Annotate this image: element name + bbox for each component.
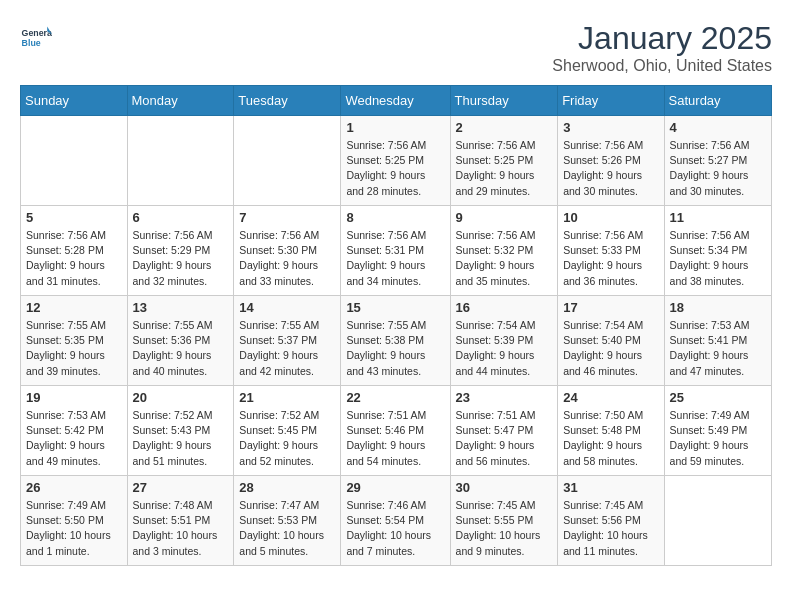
calendar-cell: 5Sunrise: 7:56 AM Sunset: 5:28 PM Daylig… bbox=[21, 206, 128, 296]
day-number: 23 bbox=[456, 390, 553, 405]
calendar-cell bbox=[21, 116, 128, 206]
day-info: Sunrise: 7:45 AM Sunset: 5:56 PM Dayligh… bbox=[563, 498, 658, 559]
day-number: 9 bbox=[456, 210, 553, 225]
day-number: 24 bbox=[563, 390, 658, 405]
day-number: 21 bbox=[239, 390, 335, 405]
calendar-cell: 22Sunrise: 7:51 AM Sunset: 5:46 PM Dayli… bbox=[341, 386, 450, 476]
calendar-cell: 25Sunrise: 7:49 AM Sunset: 5:49 PM Dayli… bbox=[664, 386, 771, 476]
day-info: Sunrise: 7:56 AM Sunset: 5:26 PM Dayligh… bbox=[563, 138, 658, 199]
day-info: Sunrise: 7:46 AM Sunset: 5:54 PM Dayligh… bbox=[346, 498, 444, 559]
day-info: Sunrise: 7:56 AM Sunset: 5:34 PM Dayligh… bbox=[670, 228, 766, 289]
week-row-4: 19Sunrise: 7:53 AM Sunset: 5:42 PM Dayli… bbox=[21, 386, 772, 476]
day-info: Sunrise: 7:49 AM Sunset: 5:49 PM Dayligh… bbox=[670, 408, 766, 469]
day-info: Sunrise: 7:55 AM Sunset: 5:37 PM Dayligh… bbox=[239, 318, 335, 379]
week-row-2: 5Sunrise: 7:56 AM Sunset: 5:28 PM Daylig… bbox=[21, 206, 772, 296]
day-number: 12 bbox=[26, 300, 122, 315]
day-number: 27 bbox=[133, 480, 229, 495]
day-info: Sunrise: 7:48 AM Sunset: 5:51 PM Dayligh… bbox=[133, 498, 229, 559]
calendar-cell: 6Sunrise: 7:56 AM Sunset: 5:29 PM Daylig… bbox=[127, 206, 234, 296]
calendar-cell bbox=[234, 116, 341, 206]
day-info: Sunrise: 7:55 AM Sunset: 5:35 PM Dayligh… bbox=[26, 318, 122, 379]
day-info: Sunrise: 7:55 AM Sunset: 5:38 PM Dayligh… bbox=[346, 318, 444, 379]
calendar-cell: 11Sunrise: 7:56 AM Sunset: 5:34 PM Dayli… bbox=[664, 206, 771, 296]
day-number: 26 bbox=[26, 480, 122, 495]
day-number: 31 bbox=[563, 480, 658, 495]
day-number: 13 bbox=[133, 300, 229, 315]
week-row-3: 12Sunrise: 7:55 AM Sunset: 5:35 PM Dayli… bbox=[21, 296, 772, 386]
logo: General Blue bbox=[20, 20, 52, 52]
calendar-cell: 13Sunrise: 7:55 AM Sunset: 5:36 PM Dayli… bbox=[127, 296, 234, 386]
calendar-cell: 19Sunrise: 7:53 AM Sunset: 5:42 PM Dayli… bbox=[21, 386, 128, 476]
day-info: Sunrise: 7:56 AM Sunset: 5:28 PM Dayligh… bbox=[26, 228, 122, 289]
day-info: Sunrise: 7:56 AM Sunset: 5:25 PM Dayligh… bbox=[456, 138, 553, 199]
weekday-header-sunday: Sunday bbox=[21, 86, 128, 116]
calendar-cell bbox=[127, 116, 234, 206]
day-number: 6 bbox=[133, 210, 229, 225]
day-info: Sunrise: 7:56 AM Sunset: 5:31 PM Dayligh… bbox=[346, 228, 444, 289]
day-number: 15 bbox=[346, 300, 444, 315]
calendar-cell: 2Sunrise: 7:56 AM Sunset: 5:25 PM Daylig… bbox=[450, 116, 558, 206]
calendar-cell: 18Sunrise: 7:53 AM Sunset: 5:41 PM Dayli… bbox=[664, 296, 771, 386]
calendar-cell: 8Sunrise: 7:56 AM Sunset: 5:31 PM Daylig… bbox=[341, 206, 450, 296]
weekday-header-wednesday: Wednesday bbox=[341, 86, 450, 116]
day-number: 25 bbox=[670, 390, 766, 405]
day-number: 2 bbox=[456, 120, 553, 135]
svg-text:Blue: Blue bbox=[22, 38, 41, 48]
calendar-cell: 14Sunrise: 7:55 AM Sunset: 5:37 PM Dayli… bbox=[234, 296, 341, 386]
day-info: Sunrise: 7:50 AM Sunset: 5:48 PM Dayligh… bbox=[563, 408, 658, 469]
day-info: Sunrise: 7:55 AM Sunset: 5:36 PM Dayligh… bbox=[133, 318, 229, 379]
day-info: Sunrise: 7:53 AM Sunset: 5:41 PM Dayligh… bbox=[670, 318, 766, 379]
day-info: Sunrise: 7:51 AM Sunset: 5:47 PM Dayligh… bbox=[456, 408, 553, 469]
calendar-cell: 1Sunrise: 7:56 AM Sunset: 5:25 PM Daylig… bbox=[341, 116, 450, 206]
week-row-5: 26Sunrise: 7:49 AM Sunset: 5:50 PM Dayli… bbox=[21, 476, 772, 566]
day-number: 14 bbox=[239, 300, 335, 315]
day-info: Sunrise: 7:54 AM Sunset: 5:40 PM Dayligh… bbox=[563, 318, 658, 379]
day-info: Sunrise: 7:56 AM Sunset: 5:29 PM Dayligh… bbox=[133, 228, 229, 289]
day-number: 17 bbox=[563, 300, 658, 315]
day-number: 10 bbox=[563, 210, 658, 225]
calendar-cell: 3Sunrise: 7:56 AM Sunset: 5:26 PM Daylig… bbox=[558, 116, 664, 206]
day-number: 29 bbox=[346, 480, 444, 495]
calendar-cell: 27Sunrise: 7:48 AM Sunset: 5:51 PM Dayli… bbox=[127, 476, 234, 566]
calendar-cell bbox=[664, 476, 771, 566]
logo-icon: General Blue bbox=[20, 20, 52, 52]
day-number: 1 bbox=[346, 120, 444, 135]
weekday-header-thursday: Thursday bbox=[450, 86, 558, 116]
day-number: 7 bbox=[239, 210, 335, 225]
calendar-table: SundayMondayTuesdayWednesdayThursdayFrid… bbox=[20, 85, 772, 566]
calendar-cell: 10Sunrise: 7:56 AM Sunset: 5:33 PM Dayli… bbox=[558, 206, 664, 296]
day-number: 11 bbox=[670, 210, 766, 225]
day-info: Sunrise: 7:49 AM Sunset: 5:50 PM Dayligh… bbox=[26, 498, 122, 559]
calendar-cell: 16Sunrise: 7:54 AM Sunset: 5:39 PM Dayli… bbox=[450, 296, 558, 386]
day-info: Sunrise: 7:52 AM Sunset: 5:43 PM Dayligh… bbox=[133, 408, 229, 469]
calendar-cell: 15Sunrise: 7:55 AM Sunset: 5:38 PM Dayli… bbox=[341, 296, 450, 386]
calendar-cell: 12Sunrise: 7:55 AM Sunset: 5:35 PM Dayli… bbox=[21, 296, 128, 386]
weekday-header-row: SundayMondayTuesdayWednesdayThursdayFrid… bbox=[21, 86, 772, 116]
calendar-cell: 28Sunrise: 7:47 AM Sunset: 5:53 PM Dayli… bbox=[234, 476, 341, 566]
calendar-cell: 21Sunrise: 7:52 AM Sunset: 5:45 PM Dayli… bbox=[234, 386, 341, 476]
day-number: 4 bbox=[670, 120, 766, 135]
day-number: 3 bbox=[563, 120, 658, 135]
calendar-cell: 23Sunrise: 7:51 AM Sunset: 5:47 PM Dayli… bbox=[450, 386, 558, 476]
calendar-cell: 26Sunrise: 7:49 AM Sunset: 5:50 PM Dayli… bbox=[21, 476, 128, 566]
calendar-cell: 30Sunrise: 7:45 AM Sunset: 5:55 PM Dayli… bbox=[450, 476, 558, 566]
calendar-cell: 4Sunrise: 7:56 AM Sunset: 5:27 PM Daylig… bbox=[664, 116, 771, 206]
day-info: Sunrise: 7:56 AM Sunset: 5:32 PM Dayligh… bbox=[456, 228, 553, 289]
day-info: Sunrise: 7:56 AM Sunset: 5:30 PM Dayligh… bbox=[239, 228, 335, 289]
calendar-cell: 9Sunrise: 7:56 AM Sunset: 5:32 PM Daylig… bbox=[450, 206, 558, 296]
calendar-subtitle: Sherwood, Ohio, United States bbox=[552, 57, 772, 75]
calendar-cell: 17Sunrise: 7:54 AM Sunset: 5:40 PM Dayli… bbox=[558, 296, 664, 386]
day-info: Sunrise: 7:53 AM Sunset: 5:42 PM Dayligh… bbox=[26, 408, 122, 469]
calendar-cell: 24Sunrise: 7:50 AM Sunset: 5:48 PM Dayli… bbox=[558, 386, 664, 476]
weekday-header-friday: Friday bbox=[558, 86, 664, 116]
day-number: 28 bbox=[239, 480, 335, 495]
calendar-cell: 7Sunrise: 7:56 AM Sunset: 5:30 PM Daylig… bbox=[234, 206, 341, 296]
day-info: Sunrise: 7:56 AM Sunset: 5:27 PM Dayligh… bbox=[670, 138, 766, 199]
day-number: 18 bbox=[670, 300, 766, 315]
page-header: General Blue January 2025 Sherwood, Ohio… bbox=[20, 20, 772, 75]
day-number: 30 bbox=[456, 480, 553, 495]
weekday-header-tuesday: Tuesday bbox=[234, 86, 341, 116]
day-number: 5 bbox=[26, 210, 122, 225]
calendar-cell: 29Sunrise: 7:46 AM Sunset: 5:54 PM Dayli… bbox=[341, 476, 450, 566]
day-info: Sunrise: 7:47 AM Sunset: 5:53 PM Dayligh… bbox=[239, 498, 335, 559]
